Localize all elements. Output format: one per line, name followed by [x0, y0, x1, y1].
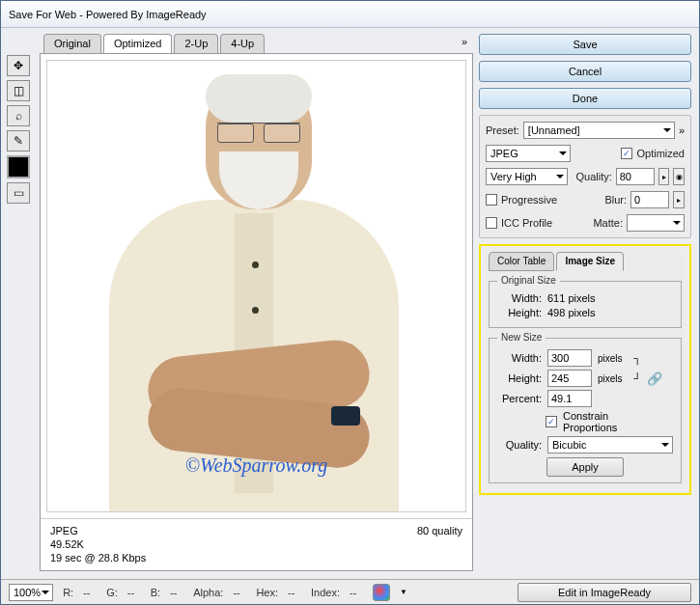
tab-color-table[interactable]: Color Table: [489, 252, 554, 271]
orig-width-label: Width:: [497, 292, 542, 304]
index-label: Index:: [311, 587, 340, 598]
width-unit: pixels: [598, 353, 623, 364]
tab-optimized[interactable]: Optimized: [103, 34, 173, 53]
quality-label: Quality:: [575, 171, 611, 182]
r-label: R:: [63, 587, 73, 598]
r-value: --: [83, 587, 97, 598]
preview-info: JPEG 49.52K 19 sec @ 28.8 Kbps 80 qualit…: [41, 518, 472, 570]
new-height-label: Height:: [497, 372, 542, 384]
optimize-panel: Preset: [Unnamed] » JPEG ✓ Optimized Ver…: [479, 115, 691, 238]
edit-imageready-button[interactable]: Edit in ImageReady: [518, 583, 691, 602]
zoom-tool-icon[interactable]: ⌕: [7, 105, 30, 126]
right-column: Save Cancel Done Preset: [Unnamed] » JPE…: [479, 34, 691, 575]
save-for-web-window: Save For Web - Powered By ImageReady ✥ ◫…: [0, 0, 700, 605]
watermark-text: ©WebSparrow.org: [185, 454, 328, 477]
alpha-label: Alpha:: [193, 587, 223, 598]
new-size-fieldset: New Size Width: pixels ┐ Height: pixels …: [489, 338, 682, 483]
index-value: --: [350, 587, 363, 598]
blur-slider-icon[interactable]: ▸: [673, 191, 685, 208]
b-label: B:: [151, 587, 160, 598]
info-speed: 19 sec @ 28.8 Kbps: [50, 552, 462, 564]
center-column: Original Optimized 2-Up 4-Up » ©WebSparr…: [40, 34, 473, 575]
panel-menu-icon[interactable]: »: [679, 124, 685, 136]
slice-visibility-icon[interactable]: ▭: [7, 182, 30, 204]
new-width-input[interactable]: [547, 349, 592, 367]
format-select[interactable]: JPEG: [486, 145, 571, 162]
size-tabs: Color Table Image Size: [489, 252, 682, 271]
done-button[interactable]: Done: [479, 88, 691, 109]
icc-label: ICC Profile: [501, 217, 552, 229]
constrain-checkbox[interactable]: ✓: [546, 416, 557, 427]
preview-menu-icon[interactable]: »: [456, 34, 473, 53]
quality-preset-select[interactable]: Very High: [486, 168, 568, 185]
hex-value: --: [288, 587, 301, 598]
constrain-label: Constrain Proportions: [563, 410, 607, 433]
zoom-select[interactable]: 100%: [9, 584, 53, 601]
browser-preview-icon[interactable]: [373, 584, 390, 601]
new-width-label: Width:: [497, 352, 542, 364]
content-area: ✥ ◫ ⌕ ✎ ▭ Original Optimized 2-Up 4-Up »…: [1, 28, 699, 579]
quality-input[interactable]: [616, 168, 655, 185]
quality-slider-icon[interactable]: ▸: [658, 168, 670, 185]
save-button[interactable]: Save: [479, 34, 691, 55]
optimized-checkbox[interactable]: ✓: [621, 148, 632, 159]
status-bar: 100% R:-- G:-- B:-- Alpha:-- Hex:-- Inde…: [1, 579, 699, 604]
tab-4up[interactable]: 4-Up: [220, 34, 265, 53]
image-size-highlight: Color Table Image Size Original Size Wid…: [479, 244, 691, 495]
hand-tool-icon[interactable]: ✥: [7, 55, 30, 76]
hex-label: Hex:: [256, 587, 278, 598]
orig-width-value: 611 pixels: [547, 292, 596, 304]
preview-image: [90, 69, 408, 512]
preview-tabs: Original Optimized 2-Up 4-Up »: [40, 34, 473, 53]
image-size-panel: Color Table Image Size Original Size Wid…: [485, 250, 686, 489]
progressive-label: Progressive: [501, 194, 557, 206]
matte-select[interactable]: [627, 214, 685, 232]
icc-checkbox[interactable]: [486, 217, 497, 229]
window-title: Save For Web - Powered By ImageReady: [9, 9, 207, 20]
cancel-button[interactable]: Cancel: [479, 61, 691, 82]
preset-select[interactable]: [Unnamed]: [523, 122, 675, 139]
preset-label: Preset:: [486, 124, 519, 136]
blur-label: Blur:: [604, 194, 627, 206]
tab-2up[interactable]: 2-Up: [174, 34, 218, 53]
info-quality: 80 quality: [417, 525, 462, 536]
original-size-fieldset: Original Size Width:611 pixels Height:49…: [489, 281, 682, 328]
b-value: --: [170, 587, 183, 598]
tab-original[interactable]: Original: [43, 34, 101, 53]
new-height-input[interactable]: [547, 370, 592, 387]
orig-height-label: Height:: [497, 307, 542, 318]
image-canvas[interactable]: ©WebSparrow.org: [46, 60, 466, 512]
alpha-value: --: [233, 587, 246, 598]
apply-button[interactable]: Apply: [546, 457, 624, 477]
titlebar: Save For Web - Powered By ImageReady: [1, 1, 699, 28]
eyedropper-tool-icon[interactable]: ✎: [7, 130, 30, 151]
info-size: 49.52K: [50, 538, 462, 550]
blur-input[interactable]: [630, 191, 669, 208]
progressive-checkbox[interactable]: [486, 194, 497, 206]
color-swatch[interactable]: [7, 155, 30, 179]
orig-height-value: 498 pixels: [547, 307, 596, 318]
optimized-label: Optimized: [636, 148, 685, 159]
g-label: G:: [106, 587, 118, 598]
tab-image-size[interactable]: Image Size: [556, 252, 624, 271]
constrain-link-icon[interactable]: 🔗: [647, 371, 662, 386]
g-value: --: [127, 587, 141, 598]
height-unit: pixels: [598, 373, 623, 384]
resample-quality-label: Quality:: [497, 439, 542, 451]
matte-label: Matte:: [593, 217, 623, 229]
original-size-legend: Original Size: [497, 275, 560, 286]
quality-mask-icon[interactable]: ◉: [673, 168, 685, 185]
percent-input[interactable]: [547, 390, 592, 407]
resample-quality-select[interactable]: Bicubic: [547, 436, 673, 454]
info-format: JPEG: [50, 525, 462, 536]
tool-column: ✥ ◫ ⌕ ✎ ▭: [7, 34, 34, 575]
new-size-legend: New Size: [497, 332, 546, 343]
percent-label: Percent:: [497, 393, 542, 404]
slice-tool-icon[interactable]: ◫: [7, 80, 30, 101]
preview-pane: ©WebSparrow.org JPEG 49.52K 19 sec @ 28.…: [40, 53, 473, 571]
